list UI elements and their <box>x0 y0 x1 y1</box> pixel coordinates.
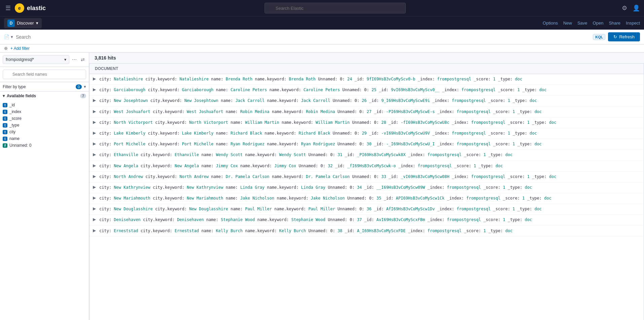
field-key: _score: <box>493 207 510 211</box>
field-value: Caroline Peters <box>303 87 343 92</box>
app-bar-right: Options New Save Open Share Inspect <box>543 21 640 26</box>
field-value: 1 <box>512 142 517 146</box>
field-item[interactable]: t_id <box>0 102 89 108</box>
add-filter-button[interactable]: + Add filter <box>10 46 30 51</box>
available-chevron-icon: ▾ <box>3 94 5 98</box>
save-button[interactable]: Save <box>577 21 587 26</box>
field-value: Denisehaven <box>114 217 143 222</box>
user-icon[interactable]: 👤 <box>633 4 640 12</box>
field-item[interactable]: tcity <box>0 129 89 135</box>
field-key: city: <box>99 87 111 92</box>
field-key: _index: <box>398 164 416 168</box>
inspect-button[interactable]: Inspect <box>626 21 640 26</box>
expand-row-button[interactable]: ▶ <box>92 87 97 92</box>
field-value: New Josephtown <box>114 98 150 103</box>
refresh-button[interactable]: ↻ Refresh <box>608 32 640 41</box>
field-key: Unnamed: <box>328 217 347 222</box>
expand-row-button[interactable]: ▶ <box>92 163 97 168</box>
field-key: name.keyword: <box>245 228 277 233</box>
field-key: _score: <box>454 164 471 168</box>
field-item[interactable]: t_index <box>0 108 89 115</box>
field-key: _score: <box>493 142 510 146</box>
expand-row-button[interactable]: ▶ <box>92 76 97 81</box>
field-item[interactable]: #Unnamed: 0 <box>0 142 89 149</box>
field-value: doc <box>549 174 557 179</box>
discover-label: Discover <box>17 21 34 26</box>
filter-by-type[interactable]: Filter by type 0 ▾ <box>0 82 89 92</box>
field-value: North Victorport <box>189 120 230 125</box>
field-type-badge: t <box>3 137 7 141</box>
expand-row-button[interactable]: ▶ <box>92 141 97 146</box>
options-button[interactable]: Options <box>543 21 558 26</box>
field-item[interactable]: t_type <box>0 122 89 129</box>
field-key: Unnamed: <box>308 152 328 157</box>
field-value: Jimmy Cox <box>216 164 240 168</box>
expand-row-button[interactable]: ▶ <box>92 185 97 189</box>
expand-row-button[interactable]: ▶ <box>92 217 97 222</box>
field-key: _score: <box>503 196 520 201</box>
available-fields-header[interactable]: ▾ Available fields 7 <box>0 92 89 100</box>
search-elastic-input[interactable] <box>264 3 406 13</box>
expand-row-button[interactable]: ▶ <box>92 206 97 211</box>
field-name-label: Unnamed: 0 <box>9 143 31 148</box>
hamburger-button[interactable]: ☰ <box>4 3 12 13</box>
field-value: Lake Kimberly <box>182 131 216 136</box>
search-main-input[interactable] <box>16 34 590 40</box>
field-value: doc <box>530 98 537 103</box>
field-value: _vI69HsB3vCoMyScw08H <box>401 174 452 179</box>
expand-row-button[interactable]: ▶ <box>92 120 97 125</box>
field-value: frompostgresql <box>457 109 493 114</box>
field-key: city: <box>99 185 111 190</box>
help-icon[interactable]: ⚙ <box>622 4 627 12</box>
field-value: New Kathrynview <box>187 185 226 190</box>
field-value: 25 <box>371 87 379 92</box>
field-value: New Douglasshire <box>114 207 155 211</box>
field-value: doc <box>515 77 523 81</box>
field-value: Kelly Burch <box>216 228 245 233</box>
field-value: 1 <box>503 185 507 190</box>
field-key: Unnamed: <box>347 196 367 201</box>
field-value: 9_I69HsB3vCoMyScwE9i <box>381 98 432 103</box>
discover-tab[interactable]: D Discover ▾ <box>4 18 42 28</box>
field-value: New Kathrynview <box>114 185 153 190</box>
field-key: city: <box>99 98 111 103</box>
index-pattern-button[interactable]: frompostgresql* ▾ <box>3 55 69 64</box>
expand-row-button[interactable]: ▶ <box>92 174 97 179</box>
table-row: ▶city: North Victorport city.keyword: No… <box>90 117 644 128</box>
index-swap-icon[interactable]: ⇄ <box>79 56 86 63</box>
field-value: AfI69HsB3vCoMyScw1Dv <box>386 207 437 211</box>
table-row: ▶city: Denisehaven city.keyword: Deniseh… <box>90 215 644 225</box>
discover-badge: D <box>7 20 15 27</box>
index-edit-icon[interactable]: ⋯ <box>71 56 78 63</box>
field-key: _score: <box>474 77 491 81</box>
field-key: 0: <box>359 207 364 211</box>
share-button[interactable]: Share <box>609 21 620 26</box>
expand-row-button[interactable]: ▶ <box>92 152 97 157</box>
field-key: Unnamed: <box>352 174 371 179</box>
index-pattern-label: frompostgresql* <box>6 57 34 62</box>
field-item[interactable]: tname <box>0 135 89 142</box>
field-key: Unnamed: <box>352 120 371 125</box>
field-value: 9vI69HsB3vCoMyScv0__ <box>391 87 442 92</box>
row-text: city: Denisehaven city.keyword: Deniseha… <box>99 217 641 223</box>
expand-row-button[interactable]: ▶ <box>92 228 97 233</box>
field-value: New Mariahmouth <box>114 196 153 201</box>
field-key: 0: <box>350 185 354 190</box>
field-value: 1 <box>508 131 512 136</box>
expand-row-button[interactable]: ▶ <box>92 109 97 114</box>
field-key: name.keyword: <box>274 207 306 211</box>
expand-row-button[interactable]: ▶ <box>92 98 97 103</box>
new-button[interactable]: New <box>563 21 572 26</box>
field-value: 28 <box>381 120 389 125</box>
expand-row-button[interactable]: ▶ <box>92 131 97 135</box>
expand-row-button[interactable]: ▶ <box>92 195 97 200</box>
field-value: Erneststad <box>175 228 201 233</box>
open-button[interactable]: Open <box>593 21 604 26</box>
search-fields-input[interactable] <box>3 70 86 79</box>
field-value: 26 <box>362 98 369 103</box>
field-value: 9fI69HsB3vCoMyScv0-b <box>367 77 418 81</box>
row-text: city: Lake Kimberly city.keyword: Lake K… <box>99 130 641 137</box>
discover-chevron-icon: ▾ <box>36 21 38 26</box>
field-item[interactable]: t_score <box>0 115 89 122</box>
table-row: ▶city: Port Michelle city.keyword: Port … <box>90 139 644 150</box>
